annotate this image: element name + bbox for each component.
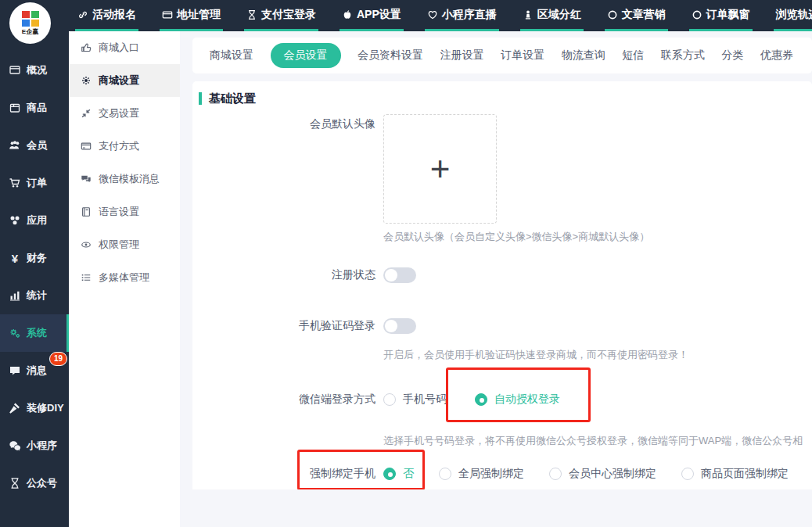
topnav-item-region-dividend[interactable]: 区域分红 (520, 0, 584, 31)
radio-icon (681, 468, 694, 480)
register-status-toggle[interactable] (383, 267, 416, 283)
submenu-item-label: 微信模板消息 (99, 172, 160, 186)
sidebar-item-statistics[interactable]: 统计 (0, 277, 69, 314)
topnav-item-miniprogram-live[interactable]: 小程序直播 (425, 0, 499, 31)
submenu-item-label: 支付方式 (99, 139, 139, 153)
submenu-item-payment-methods[interactable]: 支付方式 (69, 130, 180, 163)
sidebar-item-miniprogram[interactable]: 小程序 (0, 427, 69, 464)
eye-icon (81, 239, 92, 250)
submenu-item-label: 语言设置 (99, 205, 139, 219)
sidebar-item-label: 商品 (27, 101, 47, 115)
radio-icon (475, 393, 487, 406)
sidebar-item-decorate-diy[interactable]: 装修DIY (0, 389, 69, 427)
form-row-register-status: 注册状态 (192, 267, 812, 283)
topnav-item-address-manage[interactable]: 地址管理 (160, 0, 223, 31)
app-logo[interactable]: E企赢 (9, 2, 51, 44)
tab-order-settings[interactable]: 订单设置 (501, 48, 544, 63)
toggle-knob (385, 320, 397, 332)
submenu-item-permission-manage[interactable]: 权限管理 (69, 228, 180, 261)
submenu-item-language-settings[interactable]: 语言设置 (69, 195, 180, 228)
primary-sidebar: 概况 商品 会员 订单 应用 ¥ 财务 统计 系统 消息 19 装修DIY 小程… (0, 31, 69, 527)
logo-text: E企赢 (22, 27, 38, 36)
tab-sms[interactable]: 短信 (622, 48, 644, 63)
radio-label: 全局强制绑定 (458, 467, 524, 481)
radio-label: 否 (403, 467, 414, 481)
topnav-item-article-marketing[interactable]: 文章营销 (605, 0, 668, 31)
thumb-icon (81, 42, 92, 53)
form-row-force-bind-phone: 强制绑定手机 否 全局强制绑定 会员中心强制绑定 商品页面强制绑定 (192, 467, 812, 481)
apple-icon (342, 9, 353, 20)
field-label: 手机验证码登录 (192, 319, 375, 333)
tab-logistics-query[interactable]: 物流查询 (562, 48, 605, 63)
sidebar-item-label: 订单 (27, 176, 47, 190)
radio-member-center-force-bind[interactable]: 会员中心强制绑定 (549, 467, 656, 481)
section-title-text: 基础设置 (209, 91, 256, 106)
radio-product-page-force-bind[interactable]: 商品页面强制绑定 (681, 467, 789, 481)
topnav-item-app-settings[interactable]: APP设置 (340, 0, 404, 31)
field-label: 注册状态 (192, 268, 375, 282)
topnav-label: 小程序直播 (442, 8, 497, 22)
members-icon (9, 139, 21, 152)
message-icon (9, 364, 21, 377)
radio-no[interactable]: 否 (383, 467, 414, 481)
form-row-sms-login: 手机验证码登录 (192, 318, 812, 334)
message-count-badge: 19 (49, 352, 67, 366)
sidebar-item-system[interactable]: 系统 (0, 314, 69, 352)
radio-global-force-bind[interactable]: 全局强制绑定 (439, 467, 524, 481)
tab-mall-settings[interactable]: 商城设置 (210, 48, 253, 63)
sidebar-item-label: 公众号 (27, 476, 57, 490)
sidebar-item-finance[interactable]: ¥ 财务 (0, 239, 69, 277)
yen-icon: ¥ (9, 252, 21, 265)
submenu-item-trade-settings[interactable]: 交易设置 (69, 97, 180, 130)
sms-login-toggle[interactable] (383, 318, 416, 334)
sidebar-item-apps[interactable]: 应用 (0, 202, 69, 239)
field-label: 会员默认头像 (192, 114, 375, 131)
tab-register-settings[interactable]: 注册设置 (440, 48, 484, 63)
submenu-item-mall-entry[interactable]: 商城入口 (69, 31, 180, 64)
sms-login-hint: 开启后，会员使用手机验证码快速登录商城，而不再使用密码登录！ (383, 348, 812, 362)
tab-member-settings[interactable]: 会员设置 (271, 43, 341, 68)
sidebar-item-official-account[interactable]: 公众号 (0, 464, 69, 502)
overview-icon (9, 64, 21, 77)
sidebar-item-orders[interactable]: 订单 (0, 164, 69, 202)
topnav-label: 订单飘窗 (706, 8, 750, 22)
cart-icon (9, 177, 21, 189)
topnav-label: 区域分红 (537, 8, 581, 22)
topnav-item-activity-signup[interactable]: 活动报名 (75, 0, 138, 31)
sidebar-item-messages[interactable]: 消息 19 (0, 352, 69, 389)
tab-member-profile-settings[interactable]: 会员资料设置 (357, 48, 423, 63)
radio-phone-number[interactable]: 手机号码 (383, 393, 447, 407)
submenu-item-media-manage[interactable]: 多媒体管理 (69, 261, 180, 294)
radio-label: 手机号码 (403, 393, 447, 407)
radio-label: 会员中心强制绑定 (569, 467, 656, 481)
sidebar-item-label: 概况 (27, 63, 47, 77)
tab-coupon[interactable]: 优惠券 (760, 48, 793, 63)
topnav-item-alipay-login[interactable]: 支付宝登录 (244, 0, 318, 31)
topnav-item-order-popup[interactable]: 订单飘窗 (689, 0, 753, 31)
radio-label: 商品页面强制绑定 (701, 467, 789, 481)
submenu-item-mall-settings[interactable]: 商城设置 (69, 64, 180, 97)
sidebar-item-overview[interactable]: 概况 (0, 52, 69, 89)
tab-category[interactable]: 分类 (721, 48, 743, 63)
wechat-icon (9, 439, 21, 452)
topnav-label: 地址管理 (177, 8, 221, 22)
avatar-upload-box[interactable]: + (383, 114, 497, 224)
submenu-item-wechat-template-message[interactable]: 微信模板消息 (69, 163, 180, 195)
topnav-label: 活动报名 (92, 8, 136, 22)
field-label: 微信端登录方式 (192, 393, 375, 407)
submenu-item-label: 权限管理 (99, 238, 139, 252)
goods-icon (9, 102, 21, 114)
sidebar-item-label: 统计 (27, 289, 47, 303)
radio-icon (383, 393, 396, 406)
stats-icon (9, 289, 21, 302)
sidebar-item-goods[interactable]: 商品 (0, 89, 69, 127)
credit-card-icon (81, 141, 92, 152)
section-title-bar (199, 92, 202, 105)
toggle-knob (385, 269, 397, 281)
tab-contact[interactable]: 联系方式 (661, 48, 705, 63)
sidebar-item-members[interactable]: 会员 (0, 127, 69, 164)
avatar-caption: 会员默认头像（会员自定义头像>微信头像>商城默认头像） (383, 230, 812, 244)
radio-auto-auth-login[interactable]: 自动授权登录 (475, 393, 560, 407)
topnav-item-browse-track[interactable]: 浏览轨迹 (774, 0, 812, 31)
sidebar-item-label: 会员 (27, 138, 47, 152)
